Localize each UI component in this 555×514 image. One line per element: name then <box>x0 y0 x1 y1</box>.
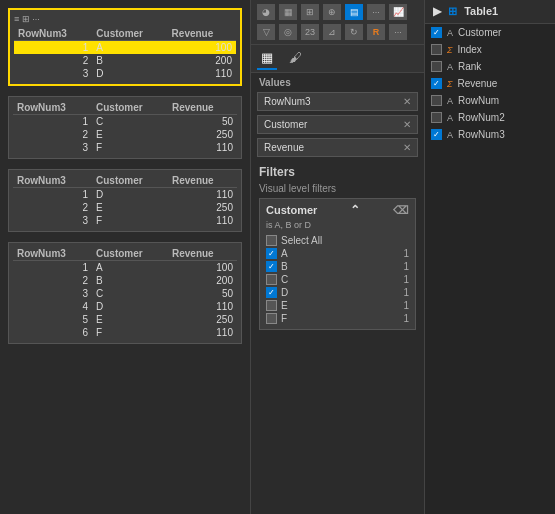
field-remove-revenue[interactable]: ✕ <box>403 142 411 153</box>
field-checkbox-rownum2[interactable] <box>431 112 442 123</box>
cell-rownum: 2 <box>13 274 92 287</box>
field-type-icon-rownum3: A <box>447 130 453 140</box>
cell-customer: F <box>92 214 168 227</box>
field-type-icon-index: Σ <box>447 45 452 55</box>
line-chart-icon[interactable]: 📈 <box>389 4 407 20</box>
data-table-3: RowNum3 Customer Revenue 1 D 110 2 E 250… <box>13 174 237 227</box>
filter-count-e: 1 <box>403 300 409 311</box>
col-header-rownum: RowNum3 <box>13 174 92 188</box>
field-list-item-rownum2[interactable]: A RowNum2 <box>425 109 555 126</box>
tab-fields[interactable]: ▦ <box>257 47 277 70</box>
globe-icon[interactable]: ⊕ <box>323 4 341 20</box>
filter-item-left: Select All <box>266 235 322 246</box>
filter-erase-icon[interactable]: ⌫ <box>393 204 409 217</box>
field-list-item-customer[interactable]: ✓ A Customer <box>425 24 555 41</box>
table-row: 3 F 110 <box>13 141 237 154</box>
field-checkbox-rownum3[interactable]: ✓ <box>431 129 442 140</box>
field-checkbox-customer[interactable]: ✓ <box>431 27 442 38</box>
field-row-rownum3[interactable]: RowNum3 ✕ <box>257 92 418 111</box>
cell-revenue: 110 <box>168 67 236 80</box>
filter-item-b[interactable]: ✓ B 1 <box>266 260 409 273</box>
checkbox-selectall[interactable] <box>266 235 277 246</box>
data-table-1: RowNum3 Customer Revenue 1 A 100 2 B 200… <box>14 27 236 80</box>
field-list-item-index[interactable]: Σ Index <box>425 41 555 58</box>
cell-rownum: 2 <box>13 201 92 214</box>
table-icon[interactable]: ▤ <box>345 4 363 20</box>
circle-icon[interactable]: ◎ <box>279 24 297 40</box>
cell-revenue: 110 <box>168 214 237 227</box>
more-icon[interactable]: ··· <box>367 4 385 20</box>
field-remove-customer[interactable]: ✕ <box>403 119 411 130</box>
col-header-revenue: Revenue <box>168 101 237 115</box>
checkbox-e[interactable] <box>266 300 277 311</box>
field-list-item-rownum3[interactable]: ✓ A RowNum3 <box>425 126 555 143</box>
table-row: 3 D 110 <box>14 67 236 80</box>
field-list-item-rank[interactable]: A Rank <box>425 58 555 75</box>
cell-customer: F <box>92 141 168 154</box>
cell-rownum: 2 <box>14 54 92 67</box>
pie-chart-icon[interactable]: ◕ <box>257 4 275 20</box>
right-title-text: Table1 <box>464 5 498 17</box>
filter-expand-icon[interactable]: ⌃ <box>350 203 360 217</box>
left-panel: ≡ ⊞ ··· RowNum3 Customer Revenue 1 A 100… <box>0 0 250 514</box>
tab-format[interactable]: 🖌 <box>285 47 306 70</box>
filter-item-f[interactable]: F 1 <box>266 312 409 325</box>
table-row: 3 C 50 <box>13 287 237 300</box>
field-list-item-rownum[interactable]: A RowNum <box>425 92 555 109</box>
ellipsis-icon[interactable]: ··· <box>389 24 407 40</box>
filter-count-c: 1 <box>403 274 409 285</box>
field-type-icon-revenue: Σ <box>447 79 452 89</box>
field-row-customer[interactable]: Customer ✕ <box>257 115 418 134</box>
checkbox-d[interactable]: ✓ <box>266 287 277 298</box>
field-name-customer: Customer <box>458 27 501 38</box>
checkbox-f[interactable] <box>266 313 277 324</box>
filter-item-c[interactable]: C 1 <box>266 273 409 286</box>
field-checkbox-revenue[interactable]: ✓ <box>431 78 442 89</box>
data-table-4: RowNum3 Customer Revenue 1 A 100 2 B 200… <box>13 247 237 339</box>
data-table-2: RowNum3 Customer Revenue 1 C 50 2 E 250 … <box>13 101 237 154</box>
cell-rownum: 1 <box>13 261 92 275</box>
cell-rownum: 2 <box>13 128 92 141</box>
cell-customer: B <box>92 274 168 287</box>
checkbox-a[interactable]: ✓ <box>266 248 277 259</box>
table-row: 2 B 200 <box>13 274 237 287</box>
cell-customer: D <box>92 67 167 80</box>
bar-chart-icon[interactable]: ▦ <box>279 4 297 20</box>
field-row-revenue[interactable]: Revenue ✕ <box>257 138 418 157</box>
field-checkbox-rownum[interactable] <box>431 95 442 106</box>
table-card-1[interactable]: ≡ ⊞ ··· RowNum3 Customer Revenue 1 A 100… <box>8 8 242 86</box>
field-checkbox-rank[interactable] <box>431 61 442 72</box>
filter-item-d[interactable]: ✓ D 1 <box>266 286 409 299</box>
filter-count-a: 1 <box>403 248 409 259</box>
table-row: 1 A 100 <box>14 41 236 55</box>
grid-icon[interactable]: ⊞ <box>301 4 319 20</box>
cell-rownum: 1 <box>13 115 92 129</box>
checkbox-c[interactable] <box>266 274 277 285</box>
filter-card-description: is A, B or D <box>266 220 409 230</box>
filter-card-customer: Customer ⌃ ⌫ is A, B or D Select All ✓ A… <box>259 198 416 330</box>
table-card-2[interactable]: RowNum3 Customer Revenue 1 C 50 2 E 250 … <box>8 96 242 159</box>
field-checkbox-index[interactable] <box>431 44 442 55</box>
r-icon[interactable]: R <box>367 24 385 40</box>
refresh-icon[interactable]: ↻ <box>345 24 363 40</box>
filter-item-e[interactable]: E 1 <box>266 299 409 312</box>
filter-item-a[interactable]: ✓ A 1 <box>266 247 409 260</box>
field-remove-rownum3[interactable]: ✕ <box>403 96 411 107</box>
cell-rownum: 6 <box>13 326 92 339</box>
field-name-rank: Rank <box>458 61 481 72</box>
col-header-customer: Customer <box>92 101 168 115</box>
checkbox-b[interactable]: ✓ <box>266 261 277 272</box>
table-card-4[interactable]: RowNum3 Customer Revenue 1 A 100 2 B 200… <box>8 242 242 344</box>
filter-item-selectall[interactable]: Select All <box>266 234 409 247</box>
field-label-rownum3: RowNum3 <box>264 96 311 107</box>
cell-rownum: 1 <box>13 188 92 202</box>
funnel-icon[interactable]: ⊿ <box>323 24 341 40</box>
filter-icon[interactable]: ▽ <box>257 24 275 40</box>
cell-revenue: 110 <box>168 141 237 154</box>
cell-customer: E <box>92 128 168 141</box>
field-list-item-revenue[interactable]: ✓ Σ Revenue <box>425 75 555 92</box>
number-icon[interactable]: 23 <box>301 24 319 40</box>
col-header-revenue: Revenue <box>168 174 237 188</box>
filter-count-d: 1 <box>403 287 409 298</box>
table-card-3[interactable]: RowNum3 Customer Revenue 1 D 110 2 E 250… <box>8 169 242 232</box>
